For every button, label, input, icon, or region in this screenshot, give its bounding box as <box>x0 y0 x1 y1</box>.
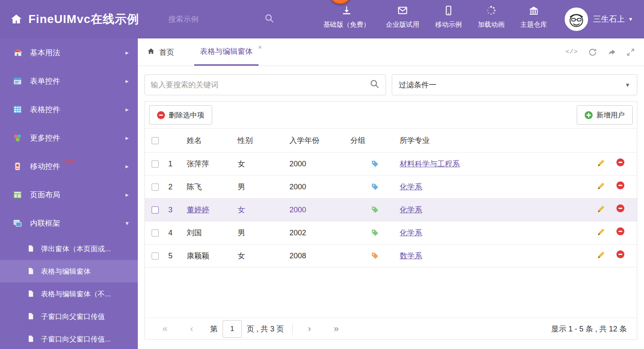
layout-icon <box>13 190 23 200</box>
header-search-input[interactable] <box>168 15 231 24</box>
sidebar-item-mobile-controls[interactable]: 移动控件 Corp. ▸ <box>0 152 138 181</box>
free-badge: FREE! <box>329 0 352 4</box>
sidebar-subitem-popup-window[interactable]: 弹出窗体（本页面或... <box>0 237 138 260</box>
chevron-right-icon: ▸ <box>125 49 129 56</box>
column-header-year[interactable]: 入学年份 <box>289 135 350 145</box>
pagination-bar: « ‹ 第 页 , 共 3 页 › » 显示 1 - 5 条 , 共 12 条 <box>145 318 637 339</box>
cell-year: 2000 <box>289 206 350 214</box>
brand[interactable]: FineUIMvc在线示例 <box>10 11 139 27</box>
sidebar-item-label: 移动控件 <box>30 161 60 171</box>
user-menu[interactable]: 三生石上 ▼ <box>565 8 633 31</box>
cell-gender: 女 <box>238 205 289 215</box>
view-source-icon[interactable]: </> <box>565 48 578 56</box>
sidebar-subitem-label: 子窗口向父窗口传值... <box>41 334 111 344</box>
sidebar-item-more-controls[interactable]: 更多控件 ▸ <box>0 124 138 152</box>
tab-grid-edit-window[interactable]: 表格与编辑窗体 × <box>194 38 259 66</box>
tab-home[interactable]: 首页 <box>145 38 177 66</box>
row-checkbox[interactable] <box>152 206 159 214</box>
cell-year: 2000 <box>289 160 350 168</box>
sidebar-item-form-controls[interactable]: 表单控件 ▸ <box>0 67 138 95</box>
delete-icon[interactable] <box>616 204 624 212</box>
sidebar-subitem-label: 弹出窗体（本页面或... <box>41 244 111 254</box>
major-link[interactable]: 材料科学与工程系 <box>400 160 460 168</box>
search-icon[interactable] <box>370 79 380 91</box>
cell-year: 2008 <box>289 252 350 260</box>
major-link[interactable]: 化学系 <box>400 183 422 191</box>
sidebar-item-grid-controls[interactable]: 表格控件 ▸ <box>0 95 138 124</box>
file-icon <box>27 335 35 343</box>
row-index: 3 <box>168 206 187 214</box>
app-header: FineUIMvc在线示例 FREE! 基础版（免费） 企业版试用 移动示例 <box>0 0 644 38</box>
share-icon[interactable] <box>607 48 616 57</box>
edit-icon[interactable] <box>597 204 606 215</box>
nav-item-basic-edition[interactable]: FREE! 基础版（免费） <box>323 5 370 29</box>
last-page-button[interactable]: » <box>328 324 345 334</box>
nav-item-loading-animation[interactable]: 加载动画 <box>478 5 505 29</box>
sidebar-subitem-label: 子窗口向父窗口传值 <box>41 312 105 321</box>
row-index: 1 <box>168 160 187 168</box>
tab-label: 首页 <box>159 47 174 57</box>
nav-item-label: 主题仓库 <box>520 20 547 29</box>
table-row[interactable]: 2 陈飞 男 2000 化学系 <box>145 176 637 199</box>
delete-icon[interactable] <box>616 181 624 189</box>
table-row[interactable]: 3 董婷婷 女 2000 化学系 <box>145 199 637 222</box>
row-index: 4 <box>168 229 187 237</box>
table-row[interactable]: 4 刘国 男 2002 化学系 <box>145 222 637 245</box>
sidebar-item-basic-usage[interactable]: 基本用法 ▸ <box>0 38 138 67</box>
cell-name[interactable]: 董婷婷 <box>187 206 209 214</box>
row-checkbox[interactable] <box>152 183 159 191</box>
major-link[interactable]: 数学系 <box>400 252 422 260</box>
delete-icon[interactable] <box>616 158 624 166</box>
add-user-button[interactable]: 新增用户 <box>577 105 633 125</box>
table-row[interactable]: 5 康颖颖 女 2008 数学系 <box>145 245 637 267</box>
keyword-search-input[interactable] <box>151 81 370 89</box>
chevron-right-icon: ▸ <box>125 106 129 113</box>
plus-circle-icon <box>585 111 593 119</box>
corp-badge: Corp. <box>63 158 75 164</box>
prev-page-button[interactable]: ‹ <box>183 324 200 334</box>
download-icon <box>341 5 352 18</box>
sidebar-subitem-grid-edit-window-2[interactable]: 表格与编辑窗体（不... <box>0 283 138 305</box>
nav-item-mobile-demo[interactable]: 移动示例 <box>435 5 462 29</box>
next-page-button[interactable]: › <box>301 324 318 334</box>
edit-icon[interactable] <box>597 227 606 238</box>
column-header-major[interactable]: 所学专业 <box>400 135 588 145</box>
page-number-input[interactable] <box>223 320 242 338</box>
close-icon[interactable]: × <box>258 44 262 50</box>
filter-dropdown[interactable]: 过滤条件一 ▼ <box>392 74 637 95</box>
column-header-name[interactable]: 姓名 <box>187 135 238 145</box>
first-page-button[interactable]: « <box>157 324 173 334</box>
row-checkbox[interactable] <box>152 160 159 168</box>
major-link[interactable]: 化学系 <box>400 229 422 237</box>
row-checkbox[interactable] <box>152 229 159 237</box>
select-all-checkbox[interactable] <box>152 137 159 144</box>
table-row[interactable]: 1 张萍萍 女 2000 材料科学与工程系 <box>145 153 637 176</box>
column-header-gender[interactable]: 性别 <box>238 135 289 145</box>
delete-selected-button[interactable]: 删除选中项 <box>149 105 212 125</box>
maximize-icon[interactable] <box>626 48 635 56</box>
search-icon[interactable] <box>264 13 274 25</box>
sidebar-item-label: 内联框架 <box>30 218 60 228</box>
major-link[interactable]: 化学系 <box>400 206 422 214</box>
sidebar-subitem-grid-edit-window[interactable]: 表格与编辑窗体 <box>0 260 138 283</box>
refresh-icon[interactable] <box>588 48 597 57</box>
cell-name: 陈飞 <box>187 182 238 192</box>
sidebar-subitem-child-to-parent-2[interactable]: 子窗口向父窗口传值... <box>0 328 138 349</box>
delete-icon[interactable] <box>616 227 624 235</box>
edit-icon[interactable] <box>597 250 606 261</box>
mobile-icon <box>443 5 454 18</box>
sidebar-item-iframe[interactable]: 内联框架 ▾ <box>0 209 138 237</box>
grid-panel: 删除选中项 新增用户 姓名 性别 入学年份 分组 所学专业 <box>145 101 637 340</box>
row-index: 2 <box>168 183 187 191</box>
delete-icon[interactable] <box>616 250 624 258</box>
row-checkbox[interactable] <box>152 252 159 260</box>
sidebar-item-label: 表格控件 <box>30 104 60 115</box>
edit-icon[interactable] <box>597 158 606 169</box>
nav-item-enterprise-trial[interactable]: 企业版试用 <box>386 5 419 29</box>
nav-item-theme-store[interactable]: 主题仓库 <box>520 5 547 29</box>
sidebar-subitem-child-to-parent[interactable]: 子窗口向父窗口传值 <box>0 305 138 328</box>
column-header-group[interactable]: 分组 <box>350 135 400 145</box>
edit-icon[interactable] <box>597 181 606 192</box>
form-icon <box>13 76 23 86</box>
sidebar-item-page-layout[interactable]: 页面布局 ▸ <box>0 181 138 209</box>
